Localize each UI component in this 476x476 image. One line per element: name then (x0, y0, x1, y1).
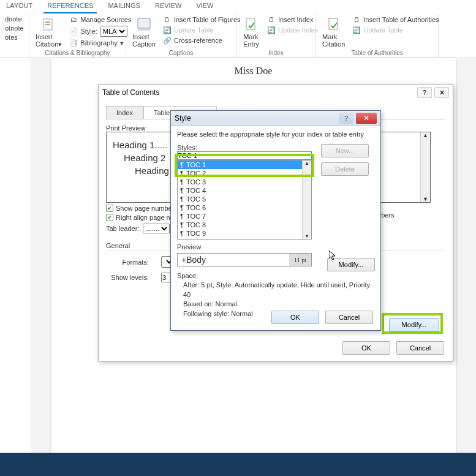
update-toa-button[interactable]: 🔄Update Table (351, 25, 440, 35)
tab-leader-select[interactable]: ....... (143, 224, 170, 233)
toc-dialog-title: Table of Contents (102, 88, 159, 97)
style-cancel-button[interactable]: Cancel (325, 311, 373, 324)
style-ok-button[interactable]: OK (271, 311, 319, 324)
tab-references[interactable]: REFERENCES (43, 0, 97, 13)
style-item-toc7[interactable]: ¶ TOC 7 (178, 212, 311, 221)
ribbon-tabs: LAYOUT REFERENCES MAILINGS REVIEW VIEW (0, 0, 476, 13)
tab-layout[interactable]: LAYOUT (2, 0, 36, 13)
check-icon: ✔ (106, 205, 113, 212)
crossref-icon: 🔗 (163, 36, 172, 45)
insert-citation-label: InsertCitation▾ (36, 33, 62, 48)
group-index-label: Index (240, 50, 312, 58)
style-item-toc5[interactable]: ¶ TOC 5 (178, 195, 311, 203)
style-item-toc1[interactable]: ¶ TOC 1 (178, 161, 311, 169)
page-header-text: Miss Doe (51, 66, 456, 77)
space-after: After: 5 pt, Style: Automatically update… (177, 281, 374, 300)
style-item-toc9[interactable]: ¶ TOC 9 (178, 229, 311, 238)
svg-rect-2 (45, 24, 50, 25)
insert-index-icon: 🗒 (267, 15, 276, 24)
show-levels-label: Show levels: (106, 274, 149, 281)
toc-modify-button[interactable]: Modify... (389, 318, 439, 331)
update-index-button[interactable]: 🔄Update Index (266, 25, 319, 35)
style-item-toc6[interactable]: ¶ TOC 6 (178, 203, 311, 212)
manage-sources-button[interactable]: 🗂Manage Sources (68, 15, 132, 25)
style-item-toc8[interactable]: ¶ TOC 8 (178, 221, 311, 229)
group-citations-label: Citations & Bibliography (33, 50, 122, 58)
style-icon: 📄 (69, 27, 78, 36)
caption-icon (135, 16, 153, 33)
toc-tab-index[interactable]: Index (106, 106, 143, 119)
svg-rect-3 (138, 18, 150, 28)
styles-listbox[interactable]: ¶ TOC 1 ¶ TOC 2 ¶ TOC 3 ¶ TOC 4 ¶ TOC 5 … (177, 160, 312, 240)
style-item-toc2[interactable]: ¶ TOC 2 (178, 169, 311, 178)
tab-leader-label: Tab leader: (106, 225, 139, 232)
tab-mailings[interactable]: MAILINGS (104, 0, 144, 13)
citation-icon (40, 16, 58, 33)
insert-index-button[interactable]: 🗒Insert Index (266, 15, 319, 25)
cursor-icon (329, 251, 339, 260)
insert-toa-button[interactable]: 🗒Insert Table of Authorities (351, 15, 440, 25)
insert-citation-button[interactable]: InsertCitation▾ (33, 15, 64, 50)
style-dialog: Style ? ✕ Please select the appropriate … (170, 110, 381, 331)
toc-ok-button[interactable]: OK (342, 341, 390, 355)
update-toa-icon: 🔄 (352, 26, 361, 34)
toa-icon: 🗒 (352, 15, 361, 24)
close-button[interactable]: ✕ (434, 87, 449, 98)
cross-reference-button[interactable]: 🔗Cross-reference (162, 36, 242, 45)
tab-review[interactable]: REVIEW (151, 0, 185, 13)
svg-rect-4 (138, 29, 150, 31)
insert-caption-button[interactable]: InsertCaption (130, 15, 158, 49)
ribbon-body: dnote otnote otes InsertCitation▾ 🗂Manag… (0, 13, 476, 58)
insert-endnote-button[interactable]: dnote (4, 15, 25, 23)
style-new-button[interactable]: New... (321, 144, 369, 157)
style-name-input[interactable] (177, 151, 312, 160)
space-based: Based on: Normal (177, 300, 374, 309)
group-captions-label: Captions (130, 50, 232, 58)
citation-style-dropdown[interactable]: 📄Style: MLA (68, 25, 132, 37)
mark-entry-icon (243, 16, 260, 33)
update-icon: 🔄 (163, 26, 172, 34)
formats-label: Formats: (106, 259, 149, 266)
style-dialog-title: Style (175, 114, 191, 123)
tab-view[interactable]: VIEW (192, 0, 217, 13)
style-instruction: Please select the appropriate style for … (177, 130, 374, 138)
check-icon: ✔ (106, 214, 113, 221)
group-footnotes-label (4, 56, 25, 58)
style-delete-button[interactable]: Delete (321, 162, 369, 176)
svg-rect-1 (45, 21, 50, 23)
style-item-toc4[interactable]: ¶ TOC 4 (178, 186, 311, 195)
bibliography-icon: 📑 (69, 39, 78, 47)
bibliography-button[interactable]: 📑Bibliography ▾ (68, 38, 132, 48)
mark-entry-button[interactable]: MarkEntry (240, 15, 262, 49)
preview-scroll[interactable]: ▲▼ (420, 132, 430, 202)
show-notes-button[interactable]: otes (4, 33, 25, 42)
help-button[interactable]: ? (417, 87, 432, 98)
style-item-toc3[interactable]: ¶ TOC 3 (178, 178, 311, 186)
mark-citation-button[interactable]: MarkCitation (320, 15, 347, 49)
next-footnote-button[interactable]: otnote (4, 24, 25, 32)
insert-caption-label: InsertCaption (132, 33, 156, 48)
space-label: Space (177, 271, 374, 281)
ribbon: LAYOUT REFERENCES MAILINGS REVIEW VIEW d… (0, 0, 476, 58)
mark-citation-icon (325, 16, 342, 33)
preview-label: Preview (177, 243, 374, 251)
style-select[interactable]: MLA (100, 26, 127, 37)
preview-box: +Body11 pt (177, 253, 312, 266)
style-help-button[interactable]: ? (339, 113, 353, 124)
mark-entry-label: MarkEntry (243, 33, 259, 48)
update-index-icon: 🔄 (267, 26, 276, 34)
styles-scroll[interactable]: ▲▼ (302, 161, 311, 239)
group-toa-label: Table of Authorities (320, 50, 434, 58)
tof-icon: 🗒 (163, 15, 172, 24)
toc-cancel-button[interactable]: Cancel (396, 341, 444, 355)
manage-sources-icon: 🗂 (69, 15, 78, 24)
mark-citation-label: MarkCitation (322, 33, 345, 48)
update-table-button[interactable]: 🔄Update Table (162, 25, 242, 35)
footer-bar (0, 453, 476, 476)
style-close-button[interactable]: ✕ (356, 113, 377, 124)
insert-table-of-figures-button[interactable]: 🗒Insert Table of Figures (162, 15, 242, 25)
